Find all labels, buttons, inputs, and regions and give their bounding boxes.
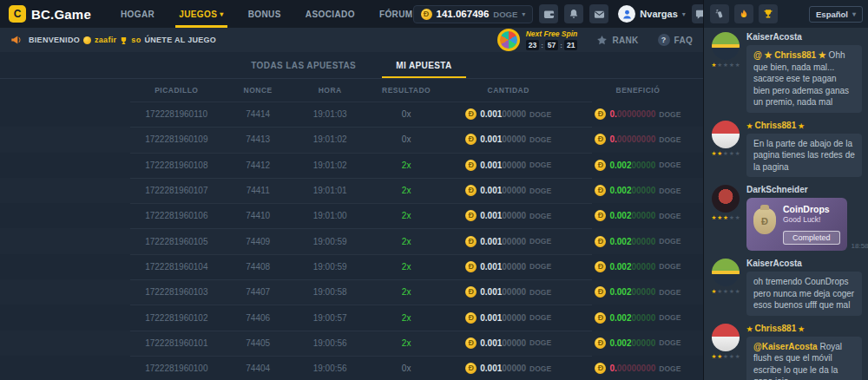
table-row[interactable]: 17222819601017440519:00:562xÐ0.00100000D… bbox=[0, 331, 703, 356]
table-row[interactable]: 17222819601067441019:01:002xÐ0.00100000D… bbox=[0, 203, 703, 228]
table-row[interactable]: 17222819601077441119:01:012xÐ0.00100000D… bbox=[0, 178, 703, 203]
hot-topics-button[interactable] bbox=[734, 4, 753, 23]
money-currency: DOGE bbox=[529, 262, 551, 271]
user-avatar[interactable] bbox=[712, 259, 740, 286]
table-row[interactable]: 17222819601097441319:01:020xÐ0.00100000D… bbox=[0, 127, 703, 152]
bet-nonce: 74407 bbox=[225, 287, 292, 297]
money-number: 0.00100000 bbox=[480, 262, 526, 272]
bet-profit: Ð0.00200000DOGE bbox=[573, 236, 703, 247]
messages-button[interactable] bbox=[589, 4, 608, 23]
bet-hash: 1722281960106 bbox=[128, 211, 225, 220]
chat-username[interactable]: DarkSchneider bbox=[746, 185, 862, 194]
bet-result: 2x bbox=[369, 262, 444, 272]
chat-bubble[interactable]: @KaiserAcosta Royal flush es que el móvi… bbox=[746, 337, 862, 380]
bet-amount: Ð0.00100000DOGE bbox=[444, 337, 573, 349]
chat-avatar-column: ★★★★★ bbox=[711, 121, 740, 178]
balance-selector[interactable]: Ð 141.067496 DOGE ▾ bbox=[413, 5, 534, 23]
money-value: Ð0.00000000DOGE bbox=[573, 108, 703, 120]
faq-link[interactable]: ? FAQ bbox=[658, 34, 693, 46]
balance-currency: DOGE bbox=[493, 10, 517, 19]
chat-bubble-row: @KaiserAcosta Royal flush es que el móvi… bbox=[746, 337, 862, 380]
chat-bubble[interactable]: @ ★ Chriss881 ★ Ohh que bien, nada mal..… bbox=[746, 45, 862, 113]
chat-avatar-column: ★★★★★ bbox=[711, 259, 740, 316]
user-avatar[interactable] bbox=[712, 121, 740, 148]
money-currency: DOGE bbox=[529, 288, 551, 297]
chat-username[interactable]: ★ Chriss881 ★ bbox=[746, 121, 862, 130]
chat-bubble-row: @ ★ Chriss881 ★ Ohh que bien, nada mal..… bbox=[746, 45, 862, 113]
user-mention[interactable]: @ ★ Chriss881 ★ bbox=[753, 50, 829, 60]
coindrops-completed-button[interactable]: Completed bbox=[783, 231, 840, 245]
name-star-icon: ★ bbox=[746, 325, 754, 333]
money-number: 0.00100000 bbox=[480, 161, 526, 170]
language-selector[interactable]: Español ▾ bbox=[809, 6, 863, 23]
bet-nonce: 74410 bbox=[225, 211, 292, 220]
table-row[interactable]: 17222819601047440819:00:592xÐ0.00100000D… bbox=[0, 254, 703, 279]
nav-item-fórum[interactable]: FÓRUM bbox=[379, 0, 413, 28]
chat-avatar-column: ★★★★★ bbox=[711, 185, 740, 251]
wallet-button[interactable] bbox=[539, 4, 558, 23]
chat-bubble[interactable]: En la parte de abajo de la pagina tienes… bbox=[746, 134, 862, 178]
money-value: Ð0.00100000DOGE bbox=[444, 286, 573, 298]
free-spin-label: Next Free Spin bbox=[526, 29, 578, 38]
table-row[interactable]: 17222819601037440719:00:582xÐ0.00100000D… bbox=[0, 279, 703, 305]
user-avatar[interactable] bbox=[712, 32, 740, 60]
chat-username[interactable]: ★ Chriss881 ★ bbox=[746, 324, 862, 333]
trophy-icon bbox=[763, 9, 773, 19]
chat-bubble[interactable]: oh tremendo CounDrops pero nunca me deja… bbox=[746, 272, 862, 316]
welcome-prefix: BIENVENIDO bbox=[29, 36, 80, 44]
tab-mi-apuesta[interactable]: MI APUESTA bbox=[396, 52, 452, 78]
bet-nonce: 74413 bbox=[225, 134, 292, 144]
table-row[interactable]: 17222819601007440419:00:560xÐ0.00100000D… bbox=[0, 356, 703, 380]
money-main: 0.001 bbox=[480, 186, 502, 195]
user-mention[interactable]: @KaiserAcosta bbox=[753, 342, 819, 351]
nav-item-bonus[interactable]: BONUS bbox=[248, 0, 281, 28]
faq-label: FAQ bbox=[674, 36, 693, 45]
welcome-username: zaafir bbox=[95, 36, 116, 44]
coindrops-row: ÐCoinDropsGood Luck!Completed18:58 bbox=[746, 198, 862, 251]
bet-result-value: 0x bbox=[402, 134, 411, 144]
free-spin-widget[interactable]: Next Free Spin 23:57:21 bbox=[497, 29, 578, 51]
chat-rules-button[interactable] bbox=[710, 4, 729, 23]
bet-hash: 1722281960105 bbox=[128, 237, 225, 246]
doge-coin-icon: Ð bbox=[595, 236, 606, 247]
chat-toolbar: Español ▾ bbox=[704, 0, 868, 28]
leaderboard-button[interactable] bbox=[759, 4, 778, 23]
chat-message: ★★★★★KaiserAcostaoh tremendo CounDrops p… bbox=[711, 259, 862, 316]
brand-logo-text: BC.Game bbox=[31, 7, 91, 22]
bet-hash: 1722281960102 bbox=[128, 313, 225, 323]
table-row[interactable]: 17222819601107441419:01:030xÐ0.00100000D… bbox=[0, 102, 703, 127]
chat-username[interactable]: KaiserAcosta bbox=[746, 259, 862, 268]
money-number: 0.00200000 bbox=[609, 338, 655, 348]
rating-star-icon: ★ bbox=[735, 151, 740, 157]
rating-star-icon: ★ bbox=[717, 354, 722, 360]
money-value: Ð0.00100000DOGE bbox=[444, 108, 573, 120]
chat-bubble-text: oh tremendo CounDrops pero nunca me deja… bbox=[753, 277, 854, 310]
doge-coin-icon: Ð bbox=[465, 134, 477, 145]
user-avatar[interactable] bbox=[712, 185, 740, 213]
chat-message-list: ★★★★★KaiserAcosta@ ★ Chriss881 ★ Ohh que… bbox=[704, 28, 868, 380]
nav-item-hogar[interactable]: HOGAR bbox=[121, 0, 155, 28]
nav-item-juegos[interactable]: JUEGOS▾ bbox=[179, 0, 224, 28]
bet-amount: Ð0.00100000DOGE bbox=[444, 312, 573, 324]
rating-star-icon: ★ bbox=[729, 289, 734, 295]
money-number: 0.00200000 bbox=[609, 211, 655, 220]
account-menu[interactable]: Nvargas ▾ bbox=[618, 5, 685, 23]
top-navigation-bar: C BC.Game HOGARJUEGOS▾BONUSASOCIADOFÓRUM… bbox=[0, 0, 703, 28]
nav-item-asociado[interactable]: ASOCIADO bbox=[306, 0, 355, 28]
money-rest: 00000 bbox=[502, 186, 526, 195]
tab-todas-las-apuestas[interactable]: TODAS LAS APUESTAS bbox=[251, 52, 356, 78]
rank-link[interactable]: RANK bbox=[596, 35, 638, 46]
table-row[interactable]: 17222819601057440919:00:592xÐ0.00100000D… bbox=[0, 228, 703, 253]
chat-message: ★★★★★KaiserAcosta@ ★ Chriss881 ★ Ohh que… bbox=[711, 32, 862, 113]
table-row[interactable]: 17222819601087441219:01:022xÐ0.00100000D… bbox=[0, 153, 703, 178]
notifications-button[interactable] bbox=[564, 4, 583, 23]
rating-star-icon: ★ bbox=[711, 289, 716, 295]
bets-tabs: TODAS LAS APUESTASMI APUESTA bbox=[0, 52, 703, 79]
user-avatar[interactable] bbox=[712, 324, 740, 351]
brand-logo[interactable]: C BC.Game bbox=[9, 5, 91, 23]
table-row[interactable]: 17222819601027440619:00:572xÐ0.00100000D… bbox=[0, 305, 703, 330]
coindrops-card[interactable]: ÐCoinDropsGood Luck!Completed bbox=[746, 198, 847, 251]
chat-username[interactable]: KaiserAcosta bbox=[746, 32, 862, 42]
bet-hash: 1722281960108 bbox=[128, 161, 225, 170]
money-rest: 00000 bbox=[502, 287, 526, 297]
